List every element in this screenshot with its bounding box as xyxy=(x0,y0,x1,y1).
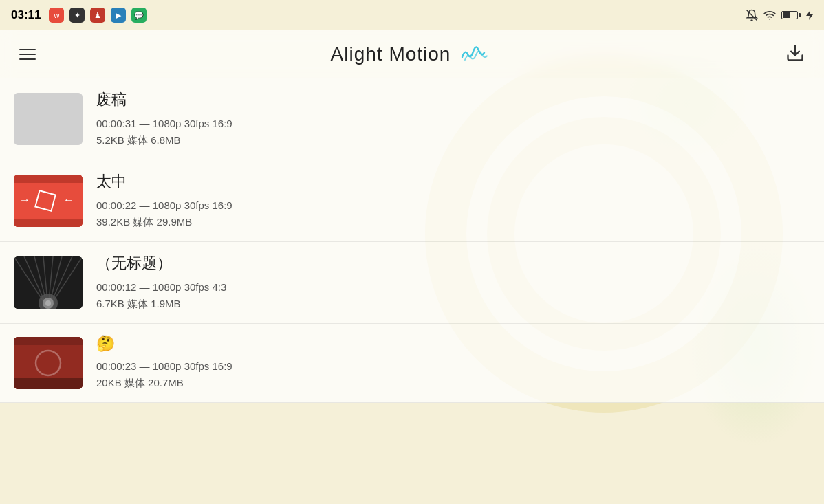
project-mediasize-2: 媒体 29.9MB xyxy=(133,216,192,228)
svg-marker-2 xyxy=(806,10,813,20)
project-res-2: 1080p xyxy=(153,199,182,211)
project-item[interactable]: （无标题） 00:00:12 — 1080p 30fps 4:3 6.7KB 媒… xyxy=(0,242,824,324)
svg-rect-24 xyxy=(14,337,83,345)
status-right-icons xyxy=(746,9,813,21)
project-ratio-4: 16:9 xyxy=(213,360,232,372)
svg-rect-23 xyxy=(14,378,83,389)
project-meta-2: 00:00:22 — 1080p 30fps 16:9 39.2KB 媒体 29… xyxy=(96,197,810,230)
status-left-group: 03:11 w ✦ ♟ ▶ 💬 xyxy=(11,8,147,23)
thumb-svg-2: → ← xyxy=(14,175,83,227)
svg-rect-6 xyxy=(14,219,83,227)
app-title-text: Alight Motion xyxy=(331,43,451,65)
status-app-icons: w ✦ ♟ ▶ 💬 xyxy=(49,8,147,23)
thumb-svg-4 xyxy=(14,337,83,389)
download-icon xyxy=(785,43,805,63)
project-title-4: 🤔 xyxy=(96,335,810,353)
project-duration-4: 00:00:23 xyxy=(96,360,136,372)
status-app-3: ♟ xyxy=(90,8,105,23)
project-thumbnail-4 xyxy=(14,337,83,389)
project-duration-2: 00:00:22 xyxy=(96,199,136,211)
project-res-4: 1080p xyxy=(153,360,182,372)
project-meta-4: 00:00:23 — 1080p 30fps 16:9 20KB 媒体 20.7… xyxy=(96,358,810,391)
project-filesize-4: 20KB xyxy=(96,377,122,388)
svg-point-1 xyxy=(769,19,770,20)
status-time: 03:11 xyxy=(11,8,41,22)
project-duration-3: 00:00:12 xyxy=(96,281,136,293)
project-ratio-2: 16:9 xyxy=(213,199,232,211)
svg-text:→: → xyxy=(19,194,30,206)
project-fps-3: 30fps xyxy=(184,281,210,293)
project-mediasize-4: 媒体 20.7MB xyxy=(124,377,184,388)
project-title-1: 废稿 xyxy=(96,89,810,110)
status-app-4: ▶ xyxy=(111,8,126,23)
project-filesize-1: 5.2KB xyxy=(96,134,124,146)
menu-line-2 xyxy=(19,54,36,55)
project-res-1: 1080p xyxy=(153,118,182,129)
thumb-svg-3 xyxy=(14,256,83,309)
project-duration-1: 00:00:31 xyxy=(96,118,136,129)
project-mediasize-1: 媒体 6.8MB xyxy=(127,134,181,146)
project-thumbnail-3 xyxy=(14,256,83,309)
project-thumbnail-2: → ← xyxy=(14,175,83,227)
project-title-3: （无标题） xyxy=(96,253,810,274)
project-thumbnail-1 xyxy=(14,93,83,145)
project-ratio-3: 4:3 xyxy=(213,281,227,293)
project-ratio-1: 16:9 xyxy=(213,118,232,129)
project-info-1: 废稿 00:00:31 — 1080p 30fps 16:9 5.2KB 媒体 … xyxy=(96,89,810,149)
project-mediasize-3: 媒体 1.9MB xyxy=(127,298,181,309)
project-title-2: 太中 xyxy=(96,171,810,192)
project-item[interactable]: → ← 太中 00:00:22 — 1080p 30fps 16:9 39.2K… xyxy=(0,160,824,242)
svg-text:←: ← xyxy=(63,194,74,206)
project-fps-4: 30fps xyxy=(184,360,210,372)
project-meta-3: 00:00:12 — 1080p 30fps 4:3 6.7KB 媒体 1.9M… xyxy=(96,279,810,312)
project-res-3: 1080p xyxy=(153,281,182,293)
project-filesize-2: 39.2KB xyxy=(96,216,130,228)
project-info-3: （无标题） 00:00:12 — 1080p 30fps 4:3 6.7KB 媒… xyxy=(96,253,810,312)
app-title: Alight Motion xyxy=(331,41,491,68)
menu-line-1 xyxy=(19,49,36,50)
project-meta-1: 00:00:31 — 1080p 30fps 16:9 5.2KB 媒体 6.8… xyxy=(96,116,810,149)
project-info-4: 🤔 00:00:23 — 1080p 30fps 16:9 20KB 媒体 20… xyxy=(96,335,810,391)
svg-point-21 xyxy=(45,300,51,306)
menu-button[interactable] xyxy=(14,43,41,65)
download-button[interactable] xyxy=(780,38,810,71)
charging-icon xyxy=(806,10,813,20)
status-app-5: 💬 xyxy=(131,8,147,23)
menu-line-3 xyxy=(19,58,36,60)
project-fps-2: 30fps xyxy=(184,199,210,211)
battery-icon xyxy=(781,11,801,19)
project-fps-1: 30fps xyxy=(184,118,210,129)
project-list: 废稿 00:00:31 — 1080p 30fps 16:9 5.2KB 媒体 … xyxy=(0,78,824,403)
logo-wave-icon xyxy=(456,41,490,68)
status-bar: 03:11 w ✦ ♟ ▶ 💬 xyxy=(0,0,824,30)
status-app-1: w xyxy=(49,8,64,23)
bell-icon xyxy=(746,9,758,21)
project-item[interactable]: 废稿 00:00:31 — 1080p 30fps 16:9 5.2KB 媒体 … xyxy=(0,78,824,160)
wifi-icon xyxy=(763,9,776,21)
project-item[interactable]: 🤔 00:00:23 — 1080p 30fps 16:9 20KB 媒体 20… xyxy=(0,324,824,403)
header: Alight Motion xyxy=(0,30,824,78)
svg-rect-5 xyxy=(14,175,83,183)
project-filesize-3: 6.7KB xyxy=(96,298,124,309)
project-sep-1: — xyxy=(140,118,153,129)
project-info-2: 太中 00:00:22 — 1080p 30fps 16:9 39.2KB 媒体… xyxy=(96,171,810,230)
status-app-2: ✦ xyxy=(69,8,85,23)
